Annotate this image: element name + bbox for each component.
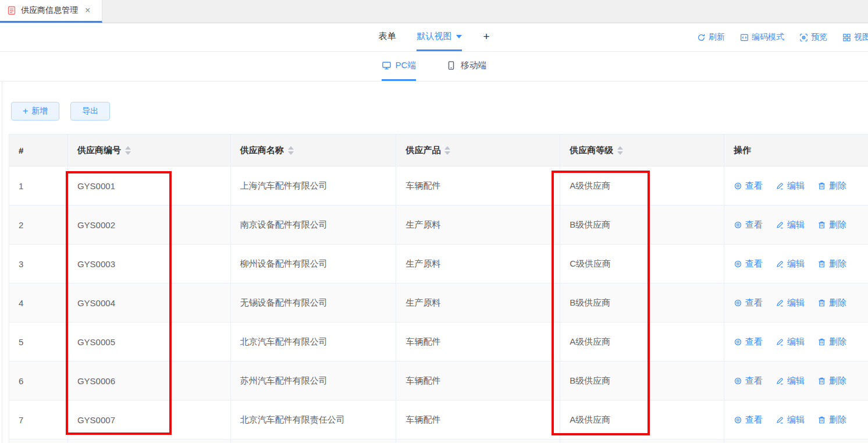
chevron-down-icon[interactable] (456, 35, 462, 38)
delete-link[interactable]: 删除 (817, 297, 846, 309)
row-operations-cell: 查看 编辑 (724, 166, 868, 205)
supplier-code-cell: GYS0003 (68, 244, 231, 283)
sort-icon[interactable] (444, 146, 450, 155)
add-button-label: 新增 (31, 106, 48, 116)
row-operations-cell: 查看 编辑 (724, 205, 868, 244)
pencil-icon (775, 338, 784, 346)
view-link[interactable]: 查看 (734, 414, 763, 426)
supplier-grade-cell: B级供应商 (560, 362, 724, 401)
eye-icon (734, 377, 742, 385)
device-tab-bar: PC端 移动端 (0, 52, 868, 81)
view-link[interactable]: 查看 (734, 297, 763, 309)
page-tab-title: 供应商信息管理 (21, 5, 78, 16)
refresh-icon (697, 33, 706, 42)
row-index-cell: 1 (9, 166, 68, 205)
delete-label: 删除 (829, 375, 846, 387)
delete-link[interactable]: 删除 (817, 375, 846, 387)
view-link[interactable]: 查看 (734, 258, 763, 270)
view-toolbar-actions: 刷新 编码模式 (697, 23, 868, 51)
export-button[interactable]: 导出 (70, 102, 110, 121)
tab-pc[interactable]: PC端 (382, 52, 417, 81)
supplier-grade-cell: A级供应商 (560, 322, 724, 362)
view-link[interactable]: 查看 (734, 180, 763, 192)
delete-link[interactable]: 删除 (817, 414, 846, 426)
supply-product-cell: 生产原料 (396, 205, 560, 244)
supply-product-cell: 生产原料 (396, 283, 560, 322)
view-link[interactable]: 查看 (734, 219, 763, 231)
supplier-code-cell: GYS0004 (68, 283, 231, 322)
tab-form-label: 表单 (378, 31, 396, 42)
row-index-cell: 6 (9, 362, 68, 401)
add-view-tab-button[interactable]: + (483, 23, 489, 51)
view-link[interactable]: 查看 (734, 375, 763, 387)
trash-icon (817, 182, 826, 190)
sort-icon[interactable] (288, 146, 294, 155)
views-label: 视图 (854, 32, 868, 42)
delete-link[interactable]: 删除 (817, 258, 846, 270)
close-icon[interactable]: × (85, 6, 90, 15)
preview-button[interactable]: 预览 (799, 32, 827, 42)
supplier-name-cell: 北京汽车配件有限公司 (231, 322, 397, 362)
eye-icon (734, 182, 742, 190)
plus-icon: + (483, 30, 489, 43)
sort-icon[interactable] (617, 146, 623, 155)
header-supplier-name[interactable]: 供应商名称 (231, 134, 397, 166)
code-mode-label: 编码模式 (752, 32, 784, 42)
row-operations-cell: 查看 编辑 (724, 401, 868, 440)
trash-icon (817, 299, 826, 307)
edit-link[interactable]: 编辑 (775, 375, 805, 387)
page-tab-supplier-management[interactable]: 供应商信息管理 × (0, 0, 102, 23)
header-supplier-code[interactable]: 供应商编号 (68, 134, 231, 166)
sort-icon[interactable] (125, 146, 131, 155)
supplier-name-cell: 上海汽车配件有限公司 (231, 166, 397, 205)
edit-link[interactable]: 编辑 (775, 414, 805, 426)
add-button[interactable]: + 新增 (11, 102, 59, 121)
plus-icon: + (23, 107, 28, 116)
pencil-icon (775, 299, 784, 307)
view-label: 查看 (745, 414, 763, 426)
edit-link[interactable]: 编辑 (775, 297, 805, 309)
table-row: 3 GYS0003 柳州设备配件有限公司 生产原料 C级供应商 查看 (9, 244, 868, 283)
views-grid-icon (842, 33, 851, 42)
main-content: + 新增 导出 # 供应商编号 供应商名称 供应产品 供应商等 (2, 81, 868, 443)
views-button[interactable]: 视图 (842, 32, 868, 42)
view-link[interactable]: 查看 (734, 336, 763, 348)
supplier-grade-cell: C级供应商 (560, 244, 724, 283)
table-body: 1 GYS0001 上海汽车配件有限公司 车辆配件 A级供应商 查看 (9, 166, 868, 443)
row-operations-cell: 查看 编辑 (724, 244, 868, 283)
edit-label: 编辑 (787, 219, 805, 231)
delete-link[interactable]: 删除 (817, 180, 846, 192)
preview-label: 预览 (811, 32, 827, 42)
table-row (9, 440, 868, 443)
table-row: 1 GYS0001 上海汽车配件有限公司 车辆配件 A级供应商 查看 (9, 166, 868, 205)
code-mode-button[interactable]: 编码模式 (740, 32, 784, 42)
row-operations-cell: 查看 编辑 (724, 322, 868, 362)
view-label: 查看 (745, 258, 763, 270)
header-supplier-grade[interactable]: 供应商等级 (560, 134, 724, 166)
eye-icon (734, 338, 742, 346)
row-index-cell: 4 (9, 283, 68, 322)
edit-link[interactable]: 编辑 (775, 180, 805, 192)
edit-link[interactable]: 编辑 (775, 336, 805, 348)
supplier-code-cell: GYS0007 (68, 401, 231, 440)
edit-link[interactable]: 编辑 (775, 219, 805, 231)
tab-default-view-label: 默认视图 (417, 31, 451, 42)
eye-icon (734, 299, 742, 307)
tab-mobile[interactable]: 移动端 (446, 52, 486, 81)
delete-link[interactable]: 删除 (817, 336, 846, 348)
table-row: 6 GYS0006 苏州汽车配件有限公司 车辆配件 B级供应商 查看 (9, 362, 868, 401)
refresh-button[interactable]: 刷新 (697, 32, 725, 42)
pencil-icon (775, 182, 784, 190)
row-operations-cell: 查看 编辑 (724, 283, 868, 322)
tab-default-view[interactable]: 默认视图 (417, 23, 462, 51)
supplier-code-cell: GYS0001 (68, 166, 231, 205)
supplier-name-cell: 柳州设备配件有限公司 (231, 244, 397, 283)
delete-label: 删除 (829, 219, 846, 231)
table-row: 4 GYS0004 无锡设备配件有限公司 生产原料 B级供应商 查看 (9, 283, 868, 322)
edit-link[interactable]: 编辑 (775, 258, 805, 270)
header-supply-product[interactable]: 供应产品 (396, 134, 560, 166)
delete-link[interactable]: 删除 (817, 219, 846, 231)
pencil-icon (775, 416, 784, 424)
tab-form[interactable]: 表单 (378, 23, 396, 51)
supplier-code-cell (68, 440, 231, 443)
